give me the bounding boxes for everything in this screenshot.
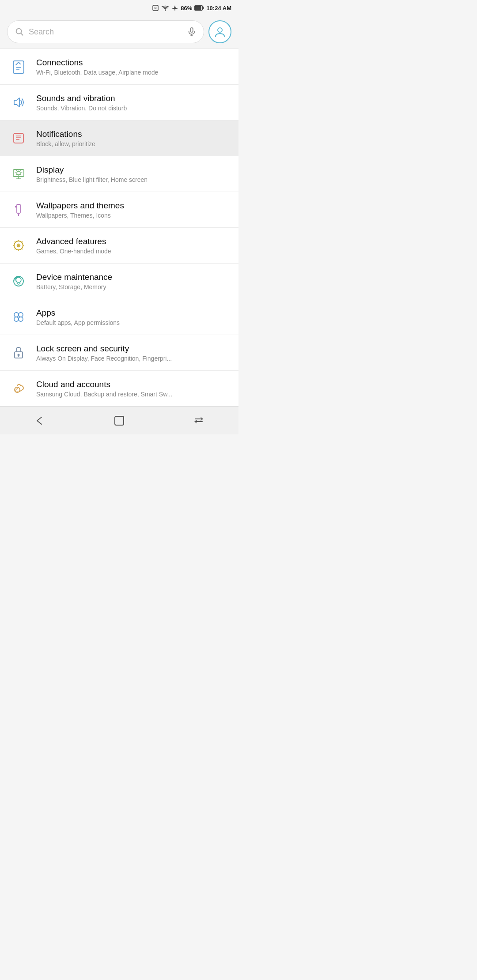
svg-line-6 <box>21 33 23 35</box>
lockscreen-subtitle: Always On Display, Face Recognition, Fin… <box>36 355 230 362</box>
display-icon <box>9 164 28 184</box>
cloud-subtitle: Samsung Cloud, Backup and restore, Smart… <box>36 391 230 398</box>
svg-point-34 <box>19 317 23 321</box>
home-button[interactable] <box>106 407 132 434</box>
maintenance-title: Device maintenance <box>36 272 230 282</box>
cloud-text: Cloud and accounts Samsung Cloud, Backup… <box>36 380 230 398</box>
notifications-subtitle: Block, allow, prioritize <box>36 140 230 147</box>
display-text: Display Brightness, Blue light filter, H… <box>36 165 230 183</box>
maintenance-text: Device maintenance Battery, Storage, Mem… <box>36 272 230 290</box>
svg-rect-42 <box>115 416 124 425</box>
recent-button[interactable] <box>186 407 212 434</box>
back-button[interactable] <box>26 407 53 434</box>
recent-icon <box>193 415 205 427</box>
display-subtitle: Brightness, Blue light filter, Home scre… <box>36 176 230 183</box>
svg-point-31 <box>14 313 19 317</box>
maintenance-icon <box>9 271 28 291</box>
settings-item-wallpapers[interactable]: Wallpapers and themes Wallpapers, Themes… <box>0 192 238 228</box>
advanced-text: Advanced features Games, One-handed mode <box>36 237 230 255</box>
home-icon <box>113 415 125 427</box>
wallpapers-icon <box>9 200 28 219</box>
svg-rect-15 <box>14 133 23 143</box>
airplane-icon <box>171 4 178 11</box>
back-icon <box>34 415 46 427</box>
svg-rect-4 <box>203 7 204 9</box>
svg-rect-23 <box>17 204 20 213</box>
wallpapers-title: Wallpapers and themes <box>36 201 230 211</box>
search-bar-container: Search <box>0 16 238 49</box>
svg-point-36 <box>18 354 20 356</box>
apps-subtitle: Default apps, App permissions <box>36 319 230 326</box>
status-icons: N 86% 10:24 AM <box>152 4 231 11</box>
wallpapers-text: Wallpapers and themes Wallpapers, Themes… <box>36 201 230 219</box>
status-bar: N 86% 10:24 AM <box>0 0 238 16</box>
battery-icon <box>194 5 204 11</box>
cloud-icon <box>9 379 28 398</box>
avatar-icon <box>213 25 227 38</box>
mic-icon[interactable] <box>187 27 197 37</box>
svg-point-20 <box>17 171 20 175</box>
svg-marker-14 <box>14 98 19 107</box>
wifi-icon <box>161 5 169 11</box>
notifications-title: Notifications <box>36 129 230 139</box>
sounds-icon <box>9 93 28 112</box>
lockscreen-icon <box>9 343 28 362</box>
connections-text: Connections Wi-Fi, Bluetooth, Data usage… <box>36 58 230 76</box>
search-placeholder: Search <box>29 27 182 37</box>
settings-item-advanced[interactable]: Advanced features Games, One-handed mode <box>0 228 238 264</box>
nfc-icon: N <box>152 4 159 11</box>
bottom-nav <box>0 406 238 434</box>
sounds-title: Sounds and vibration <box>36 94 230 103</box>
maintenance-subtitle: Battery, Storage, Memory <box>36 283 230 290</box>
notifications-icon <box>9 128 28 148</box>
svg-rect-7 <box>190 28 193 32</box>
settings-list: Connections Wi-Fi, Bluetooth, Data usage… <box>0 49 238 406</box>
connections-title: Connections <box>36 58 230 68</box>
advanced-icon <box>9 236 28 255</box>
settings-item-cloud[interactable]: Cloud and accounts Samsung Cloud, Backup… <box>0 371 238 406</box>
battery-percent: 86% <box>181 5 192 11</box>
svg-text:N: N <box>155 7 157 10</box>
svg-point-10 <box>218 28 222 32</box>
svg-rect-24 <box>15 206 17 207</box>
settings-item-sounds[interactable]: Sounds and vibration Sounds, Vibration, … <box>0 85 238 121</box>
lockscreen-title: Lock screen and security <box>36 344 230 354</box>
search-bar[interactable]: Search <box>7 20 204 43</box>
display-title: Display <box>36 165 230 175</box>
advanced-title: Advanced features <box>36 237 230 246</box>
apps-title: Apps <box>36 308 230 318</box>
apps-icon <box>9 307 28 327</box>
connections-subtitle: Wi-Fi, Bluetooth, Data usage, Airplane m… <box>36 69 230 76</box>
time: 10:24 AM <box>206 5 231 11</box>
settings-item-display[interactable]: Display Brightness, Blue light filter, H… <box>0 156 238 192</box>
svg-point-32 <box>19 313 23 317</box>
sounds-subtitle: Sounds, Vibration, Do not disturb <box>36 105 230 112</box>
svg-point-33 <box>14 317 19 321</box>
avatar-button[interactable] <box>208 20 231 43</box>
advanced-subtitle: Games, One-handed mode <box>36 248 230 255</box>
wallpapers-subtitle: Wallpapers, Themes, Icons <box>36 212 230 219</box>
svg-rect-3 <box>195 6 201 10</box>
settings-item-maintenance[interactable]: Device maintenance Battery, Storage, Mem… <box>0 264 238 299</box>
notifications-text: Notifications Block, allow, prioritize <box>36 129 230 147</box>
settings-item-notifications[interactable]: Notifications Block, allow, prioritize <box>0 121 238 156</box>
cloud-title: Cloud and accounts <box>36 380 230 389</box>
lockscreen-text: Lock screen and security Always On Displ… <box>36 344 230 362</box>
settings-item-lockscreen[interactable]: Lock screen and security Always On Displ… <box>0 335 238 371</box>
apps-text: Apps Default apps, App permissions <box>36 308 230 326</box>
sounds-text: Sounds and vibration Sounds, Vibration, … <box>36 94 230 112</box>
settings-item-apps[interactable]: Apps Default apps, App permissions <box>0 299 238 335</box>
search-icon <box>15 27 24 37</box>
settings-item-connections[interactable]: Connections Wi-Fi, Bluetooth, Data usage… <box>0 49 238 85</box>
svg-point-5 <box>16 29 22 34</box>
connections-icon <box>9 57 28 76</box>
